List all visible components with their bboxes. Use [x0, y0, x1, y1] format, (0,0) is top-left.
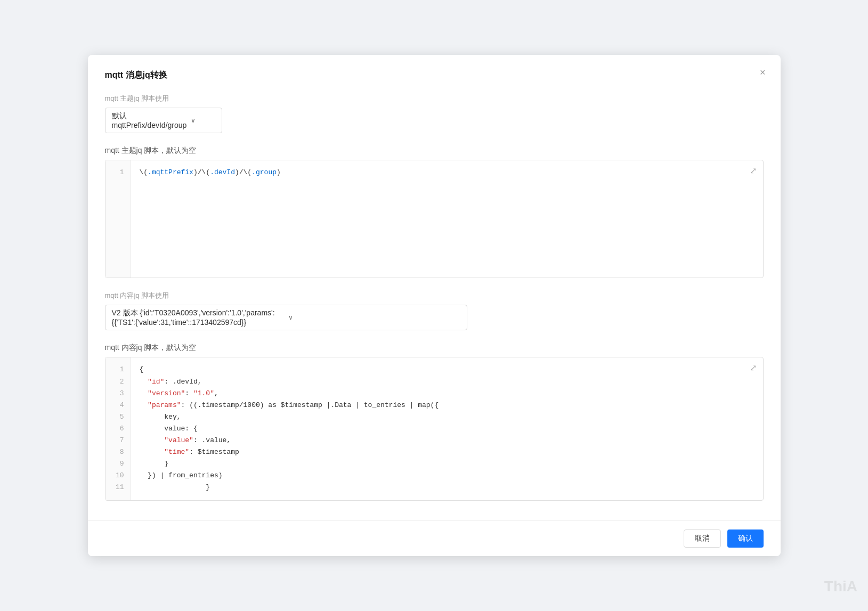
topic-select-value: 默认 mqttPrefix/devId/group [112, 111, 187, 129]
content-select-value: V2 版本 {'id':'T0320A0093','version':'1.0'… [112, 308, 284, 327]
content-expand-button[interactable]: ⤢ [749, 362, 758, 374]
content-code-content[interactable]: { "id": .devId, "version": "1.0", "param… [131, 357, 763, 500]
cancel-button[interactable]: 取消 [684, 529, 721, 548]
topic-select[interactable]: 默认 mqttPrefix/devId/group ∨ [105, 108, 222, 133]
topic-code-inner: 1 \(.mqttPrefix)/\(.devId)/\(.group) [106, 160, 763, 278]
confirm-button[interactable]: 确认 [727, 529, 764, 548]
chevron-down-icon: ∨ [191, 117, 215, 124]
content-code-editor: 12345 678910 11 { "id": .devId, "version… [105, 357, 764, 500]
dialog-title: mqtt 消息jq转换 [105, 70, 764, 81]
content-code-label: mqtt 内容jq 脚本，默认为空 [105, 343, 764, 353]
content-line-numbers: 12345 678910 11 [106, 357, 131, 500]
close-button[interactable]: × [758, 66, 768, 79]
dialog: mqtt 消息jq转换 × mqtt 主题jq 脚本使用 默认 mqttPref… [88, 55, 781, 556]
topic-code-editor: 1 \(.mqttPrefix)/\(.devId)/\(.group) ⤢ [105, 160, 764, 278]
topic-code-label: mqtt 主题jq 脚本，默认为空 [105, 146, 764, 156]
chevron-down-icon-2: ∨ [288, 314, 460, 321]
dialog-footer: 取消 确认 [88, 520, 781, 556]
topic-script-label: mqtt 主题jq 脚本使用 [105, 94, 764, 103]
topic-code-content[interactable]: \(.mqttPrefix)/\(.devId)/\(.group) [131, 160, 763, 278]
topic-expand-button[interactable]: ⤢ [749, 165, 758, 177]
content-select[interactable]: V2 版本 {'id':'T0320A0093','version':'1.0'… [105, 305, 467, 330]
watermark: ThiA [824, 578, 857, 595]
content-code-inner: 12345 678910 11 { "id": .devId, "version… [106, 357, 763, 500]
topic-line-numbers: 1 [106, 160, 131, 278]
content-script-label: mqtt 内容jq 脚本使用 [105, 291, 764, 300]
